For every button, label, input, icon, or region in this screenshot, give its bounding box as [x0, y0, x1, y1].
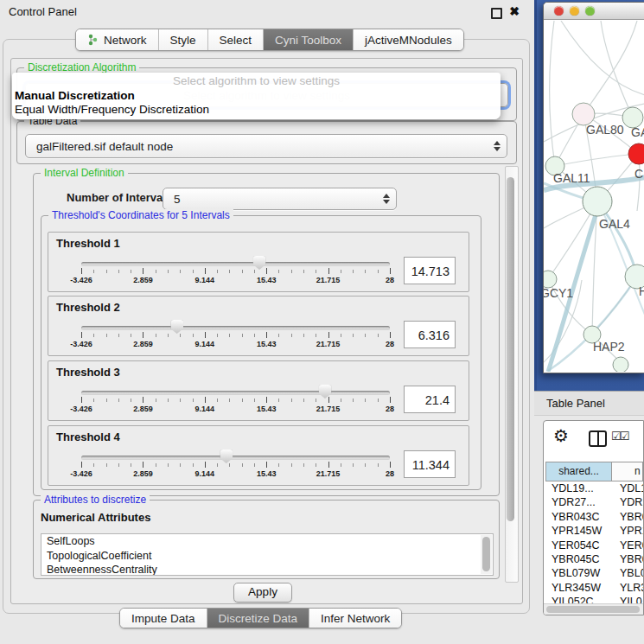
menu-item-manual-discretization[interactable]: Manual Discretization — [12, 89, 501, 103]
table-panel: shared... n YDL19...YDL1 YDR27...YDR2 YB… — [543, 420, 644, 615]
node-selected-red[interactable] — [628, 143, 644, 164]
threshold-3-slider[interactable]: -3.426 2.859 9.144 15.43 21.715 28 — [81, 384, 390, 418]
combobox-value: 5 — [174, 193, 181, 206]
minimize-traffic-light-icon[interactable] — [570, 6, 579, 16]
threshold-coordinates-group: Threshold's Coordinates for 5 Intervals … — [41, 215, 481, 490]
tick-label: -3.426 — [70, 340, 92, 348]
column-header-name[interactable]: n — [612, 462, 643, 481]
threshold-4-slider[interactable]: -3.426 2.859 9.144 15.43 21.715 28 — [81, 449, 390, 483]
threshold-2-panel: Threshold 2 -3.426 2.859 9.144 15.43 — [48, 296, 469, 356]
table-horizontal-scrollbar[interactable] — [544, 603, 643, 615]
network-canvas[interactable]: GAL80 GA C GAL11 GAL4 GCY1 H HAP2 — [544, 21, 644, 372]
gear-icon[interactable] — [553, 427, 569, 444]
slider-track — [81, 391, 390, 395]
node-label-gcy1: GCY1 — [544, 286, 573, 300]
node-partial-bottom[interactable] — [613, 357, 628, 372]
tick-label: 2.859 — [133, 469, 153, 478]
float-window-icon[interactable] — [491, 8, 502, 19]
table-row[interactable]: YBR045CYBR0 — [545, 552, 643, 566]
tab-label: Network — [104, 34, 147, 47]
interval-definition-group: Interval Definition Number of Intervals … — [33, 173, 500, 496]
tab-infer-network[interactable]: Infer Network — [309, 609, 401, 628]
threshold-2-value-field[interactable]: 6.316 — [404, 321, 456, 348]
tab-jactivemnodules[interactable]: jActiveMNodules — [354, 29, 463, 50]
select-checkboxes-icon[interactable] — [611, 430, 628, 443]
node-label-ga: GA — [631, 125, 644, 139]
table-row[interactable]: YDL19...YDL1 — [545, 481, 643, 495]
tick-label: 15.43 — [257, 340, 277, 348]
slider-minor-ticks — [81, 463, 391, 467]
threshold-1-slider[interactable]: -3.426 2.859 9.144 15.43 21.715 28 — [81, 255, 390, 290]
combobox-stepper-icon — [383, 194, 390, 204]
node-label-h: H — [639, 284, 644, 298]
zoom-traffic-light-icon[interactable] — [585, 6, 595, 16]
tab-style[interactable]: Style — [159, 29, 208, 50]
list-item[interactable]: SelfLoops — [41, 534, 493, 549]
group-title: Interval Definition — [41, 167, 128, 180]
slider-handle[interactable] — [253, 256, 266, 270]
slider-track — [81, 262, 390, 266]
number-of-intervals-label: Number of Intervals — [67, 191, 172, 204]
column-header-shared-name[interactable]: shared... — [545, 462, 612, 481]
tick-label: 21.715 — [316, 340, 341, 348]
settings-vertical-scrollbar[interactable] — [505, 166, 519, 583]
settings-scroll-area: Interval Definition Number of Intervals … — [16, 166, 503, 581]
threshold-1-value-field[interactable]: 14.713 — [404, 257, 456, 284]
top-tab-bar: Network Style Select Cyni Toolbox jActiv… — [75, 29, 464, 51]
slider-handle[interactable] — [319, 385, 332, 399]
menu-item-equal-width-frequency[interactable]: Equal Width/Frequency Discretization — [12, 103, 501, 117]
slider-handle[interactable] — [170, 320, 183, 334]
tick-label: 15.43 — [257, 276, 277, 284]
close-icon[interactable] — [509, 4, 520, 18]
combobox-value: galFiltered.sif default node — [36, 140, 173, 153]
list-item[interactable]: BetweennessCentrality — [41, 563, 493, 576]
tab-network[interactable]: Network — [76, 29, 159, 50]
tab-cyni-toolbox[interactable]: Cyni Toolbox — [264, 29, 354, 50]
threshold-label: Threshold 4 — [56, 430, 120, 443]
cyni-toolbox-panel: Discretization Algorithm Select algorith… — [3, 39, 530, 614]
tick-label: -3.426 — [70, 405, 92, 413]
numerical-attributes-list[interactable]: SelfLoops TopologicalCoefficient Between… — [41, 533, 494, 576]
table-row[interactable]: YBL079WYBL0 — [545, 566, 643, 580]
tick-label: 9.144 — [195, 276, 215, 284]
threshold-2-slider[interactable]: -3.426 2.859 9.144 15.43 21.715 28 — [81, 319, 390, 354]
threshold-4-value-field[interactable]: 11.344 — [404, 450, 456, 478]
table-row[interactable]: YLR345WYLR3 — [545, 581, 643, 595]
bottom-tab-bar: Impute Data Discretize Data Infer Networ… — [119, 608, 402, 628]
tick-label: 28 — [386, 405, 394, 413]
tick-label: -3.426 — [70, 469, 92, 478]
tick-label: 28 — [386, 469, 394, 478]
tab-impute-data[interactable]: Impute Data — [120, 609, 207, 628]
tab-select[interactable]: Select — [208, 29, 265, 50]
tick-label: 28 — [386, 276, 394, 284]
threshold-3-panel: Threshold 3 -3.426 2.859 9.144 15.43 — [48, 360, 469, 421]
list-scrollbar[interactable] — [481, 535, 492, 574]
table-row[interactable]: YDR27...YDR2 — [545, 495, 643, 509]
table-row[interactable]: YBR043CYBR0 — [545, 510, 643, 524]
tab-discretize-data[interactable]: Discretize Data — [207, 609, 310, 628]
tick-label: 2.859 — [133, 405, 153, 413]
tick-label: 9.144 — [195, 340, 215, 348]
tick-label: 9.144 — [195, 469, 215, 478]
list-item[interactable]: TopologicalCoefficient — [41, 549, 493, 564]
table-row[interactable]: YPR145WYPR1 — [545, 524, 643, 538]
columns-icon[interactable] — [589, 430, 607, 447]
slider-handle[interactable] — [220, 450, 233, 463]
node-label-gal80: GAL80 — [586, 123, 624, 137]
node-gcy1[interactable] — [544, 271, 557, 288]
slider-minor-ticks — [81, 334, 391, 337]
tick-label: 2.859 — [133, 340, 153, 348]
table-row[interactable]: YER054CYER0 — [545, 539, 643, 552]
threshold-3-value-field[interactable]: 21.4 — [404, 386, 456, 413]
node-gal4[interactable] — [583, 187, 612, 216]
threshold-1-panel: Threshold 1 -3.426 2.859 9.144 15.43 — [48, 232, 469, 292]
number-of-intervals-combobox[interactable]: 5 — [163, 188, 397, 210]
table-panel-titlebar: Table Panel — [534, 391, 644, 416]
close-traffic-light-icon[interactable] — [554, 6, 564, 16]
tick-label: 21.715 — [316, 469, 341, 478]
dropdown-ghost-placeholder: Select algorithm to view settings — [12, 74, 501, 89]
apply-button[interactable]: Apply — [233, 583, 292, 603]
tick-label: 28 — [386, 340, 394, 348]
table-data-combobox[interactable]: galFiltered.sif default node — [25, 134, 507, 158]
table-header-row: shared... n — [545, 462, 643, 481]
